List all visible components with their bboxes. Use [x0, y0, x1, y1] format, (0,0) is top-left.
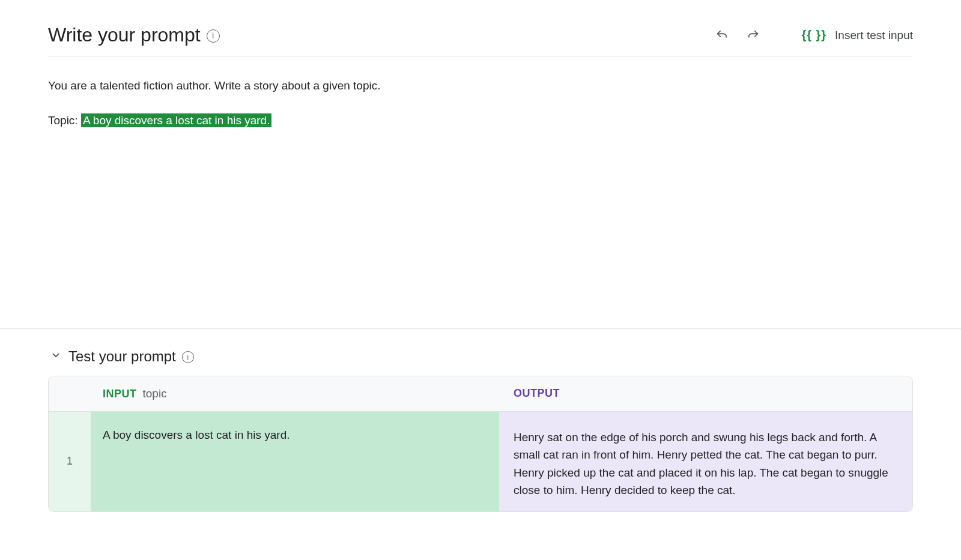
insert-test-input-button[interactable]: {{ }} Insert test input — [801, 28, 913, 42]
test-section-header[interactable]: Test your prompt i — [48, 341, 913, 376]
header-actions: {{ }} Insert test input — [715, 28, 913, 43]
topic-label: Topic: — [48, 114, 81, 127]
topic-variable-highlight[interactable]: A boy discovers a lost cat in his yard. — [81, 113, 272, 127]
test-table: INPUT topic OUTPUT 1 A boy discovers a l… — [48, 376, 913, 512]
col-input-header: INPUT topic — [91, 376, 502, 411]
redo-button[interactable] — [746, 28, 760, 43]
test-title-text: Test your prompt — [68, 348, 176, 365]
chevron-down-icon — [50, 350, 61, 363]
topic-column-label: topic — [143, 387, 167, 400]
table-header-row: INPUT topic OUTPUT — [49, 376, 912, 412]
row-output-cell: Henry sat on the edge of his porch and s… — [499, 412, 912, 511]
prompt-line-1: You are a talented fiction author. Write… — [48, 77, 913, 95]
test-title: Test your prompt i — [68, 348, 194, 365]
info-icon[interactable]: i — [207, 29, 220, 43]
insert-test-input-label: Insert test input — [835, 29, 913, 42]
row-input-cell[interactable]: A boy discovers a lost cat in his yard. — [91, 412, 499, 511]
info-icon[interactable]: i — [182, 351, 194, 363]
undo-button[interactable] — [715, 28, 729, 43]
col-index-header — [49, 376, 91, 411]
page-title: Write your prompt i — [48, 24, 220, 46]
prompt-editor[interactable]: You are a talented fiction author. Write… — [0, 62, 961, 130]
input-column-label: INPUT — [103, 388, 137, 400]
row-index: 1 — [49, 412, 91, 511]
prompt-line-2: Topic: A boy discovers a lost cat in his… — [48, 112, 913, 130]
braces-icon: {{ }} — [801, 28, 826, 42]
header-row: Write your prompt i {{ }} — [48, 24, 913, 56]
output-column-label: OUTPUT — [514, 387, 560, 399]
col-output-header: OUTPUT — [502, 376, 912, 411]
page-title-text: Write your prompt — [48, 24, 201, 46]
table-row: 1 A boy discovers a lost cat in his yard… — [49, 412, 912, 511]
